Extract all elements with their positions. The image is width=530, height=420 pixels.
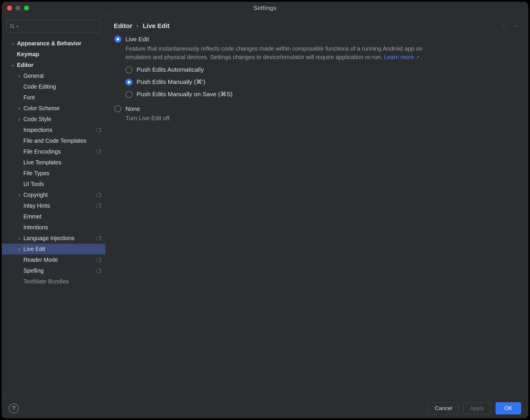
sidebar-item-reader-mode[interactable]: Reader Mode [2,254,105,265]
sidebar-item-label: UI Tools [22,181,102,187]
sidebar-item-label: Color Scheme [22,105,102,112]
chevron-right-icon[interactable]: › [16,105,22,112]
breadcrumb-parent[interactable]: Editor [114,22,132,30]
search-box[interactable]: ▾ [6,20,101,33]
radio-push-mode[interactable] [125,66,132,73]
sidebar-item-file-and-code-templates[interactable]: File and Code Templates [2,135,105,146]
chevron-right-icon[interactable]: › [16,235,22,242]
sidebar-item-live-templates[interactable]: Live Templates [2,157,105,168]
chevron-right-icon[interactable]: › [16,116,22,123]
sidebar-item-file-types[interactable]: File Types [2,168,105,179]
main: Editor › Live Edit ← → Live Edit Featu [106,15,528,398]
option-live-edit-desc: Feature that instantaneously reflects co… [125,44,447,61]
radio-push-mode[interactable] [125,91,132,98]
sidebar-item-language-injections[interactable]: ›Language Injections [2,233,105,244]
traffic-lights [7,6,29,11]
sidebar-item-inspections[interactable]: Inspections [2,125,105,135]
search-icon [10,24,15,29]
sidebar-item-copyright[interactable]: ›Copyright [2,190,105,200]
breadcrumb: Editor › Live Edit [114,22,170,30]
sidebar-item-label: Font [22,94,102,101]
sidebar-item-label: Copyright [22,192,97,198]
chevron-right-icon[interactable]: › [10,40,16,47]
push-mode-option[interactable]: Push Edits Manually on Save (⌘S) [125,90,519,98]
sidebar-item-inlay-hints[interactable]: Inlay Hints [2,200,105,211]
scheme-badge-icon [97,128,101,132]
search-wrap: ▾ [2,20,105,36]
sidebar-item-keymap[interactable]: Keymap [2,49,105,60]
option-live-edit-desc-text: Feature that instantaneously reflects co… [125,45,422,60]
push-mode-label: Push Edits Manually on Save (⌘S) [137,90,233,98]
svg-point-0 [10,24,13,27]
ok-button[interactable]: OK [495,402,521,414]
radio-push-mode[interactable] [125,79,132,86]
nav-forward-icon[interactable]: → [513,22,519,30]
sidebar-item-code-style[interactable]: ›Code Style [2,114,105,125]
sidebar-item-label: Keymap [16,51,102,58]
apply-button[interactable]: Apply [463,402,491,414]
push-mode-label: Push Edits Manually (⌘') [137,78,205,86]
sidebar-item-label: TextMate Bundles [22,278,102,285]
search-input[interactable] [18,23,97,30]
sidebar-item-emmet[interactable]: Emmet [2,211,105,222]
nav-arrows: ← → [501,22,519,30]
sidebar-item-spelling[interactable]: Spelling [2,265,105,276]
chevron-down-icon[interactable]: ⌄ [10,61,16,68]
sidebar-item-label: Inspections [22,127,97,133]
sidebar-item-intentions[interactable]: Intentions [2,222,105,233]
sidebar-item-live-edit[interactable]: ›Live Edit [2,244,105,254]
learn-more-link[interactable]: Learn more ↗ [384,54,419,60]
radio-none[interactable] [114,105,121,112]
breadcrumb-separator-icon: › [137,22,139,30]
sidebar-item-general[interactable]: ›General [2,70,105,81]
chevron-right-icon[interactable]: › [16,246,22,252]
sidebar-item-label: Emmet [22,213,102,220]
sidebar-item-code-editing[interactable]: Code Editing [2,81,105,92]
scheme-badge-icon [97,193,101,197]
radio-live-edit[interactable] [114,36,121,43]
option-none-title: None [125,105,171,113]
sidebar-item-label: File Encodings [22,148,97,155]
sidebar-item-label: Language Injections [22,235,97,242]
sidebar-item-color-scheme[interactable]: ›Color Scheme [2,103,105,114]
sidebar-item-editor[interactable]: ⌄Editor [2,60,105,70]
main-content: Live Edit Feature that instantaneously r… [106,35,528,398]
maximize-window-button[interactable] [24,6,29,11]
sidebar-item-label: Code Style [22,116,102,123]
sidebar: ▾ ›Appearance & BehaviorKeymap⌄Editor›Ge… [2,15,106,398]
sidebar-item-label: Code Editing [22,83,102,90]
sidebar-item-label: Reader Mode [22,257,97,263]
scheme-badge-icon [97,237,101,240]
titlebar: Settings [2,2,528,15]
settings-tree: ›Appearance & BehaviorKeymap⌄Editor›Gene… [2,36,105,398]
chevron-right-icon[interactable]: › [16,73,22,79]
sidebar-item-font[interactable]: Font [2,92,105,103]
sidebar-item-appearance-behavior[interactable]: ›Appearance & Behavior [2,38,105,49]
close-window-button[interactable] [7,6,12,11]
period: . [421,54,423,60]
option-live-edit[interactable]: Live Edit Feature that instantaneously r… [114,35,519,61]
sidebar-item-label: General [22,73,102,79]
sidebar-item-label: File and Code Templates [22,137,102,144]
sidebar-item-textmate-bundles[interactable]: TextMate Bundles [2,276,105,287]
svg-line-1 [13,27,14,28]
sidebar-item-label: Appearance & Behavior [16,40,102,47]
footer: ? Cancel Apply OK [2,398,528,418]
sidebar-item-file-encodings[interactable]: File Encodings [2,146,105,157]
option-live-edit-title: Live Edit [125,35,447,43]
option-none[interactable]: None Turn Live Edit off. [114,105,519,123]
nav-back-icon[interactable]: ← [501,22,508,30]
chevron-right-icon[interactable]: › [16,192,22,198]
sidebar-item-label: Live Templates [22,159,102,166]
help-button[interactable]: ? [9,403,19,413]
scheme-badge-icon [97,258,101,262]
sidebar-item-ui-tools[interactable]: UI Tools [2,179,105,190]
minimize-window-button[interactable] [16,6,20,11]
sidebar-item-label: Spelling [22,267,97,274]
scheme-badge-icon [97,150,101,154]
cancel-button[interactable]: Cancel [428,402,459,414]
push-mode-option[interactable]: Push Edits Automatically [125,66,519,74]
sidebar-item-label: Live Edit [22,246,102,252]
push-mode-option[interactable]: Push Edits Manually (⌘') [125,78,519,86]
window-title: Settings [254,5,277,11]
